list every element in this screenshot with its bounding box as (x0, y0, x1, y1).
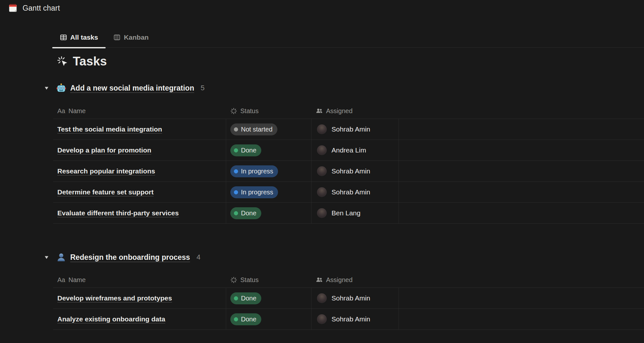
task-name-cell[interactable]: Develop wireframes and prototypes (53, 288, 226, 309)
active-tab-underline (52, 47, 106, 48)
status-dot-icon (234, 211, 238, 215)
empty-cell (399, 203, 644, 223)
avatar (317, 145, 327, 155)
status-pill: Done (230, 207, 261, 219)
task-title[interactable]: Test the social media integration (57, 125, 162, 133)
task-status-cell[interactable]: Done (226, 309, 312, 329)
task-name-cell[interactable]: Develop a plan for promotion (53, 140, 226, 161)
status-dot-icon (234, 148, 238, 152)
tasks-table-group-1: Aa Name Status (53, 103, 644, 224)
group-title[interactable]: Redesign the onboarding process (70, 253, 190, 262)
table-body: Test the social media integration Not st… (53, 119, 644, 224)
status-dot-icon (234, 317, 238, 321)
tab-label: Kanban (124, 34, 149, 41)
avatar (317, 166, 327, 176)
task-assigned-cell[interactable]: Sohrab Amin (312, 119, 399, 140)
avatar (317, 293, 327, 303)
status-pill: In progress (230, 186, 278, 198)
assignee-name: Sohrab Amin (332, 167, 370, 175)
task-status-cell[interactable]: In progress (226, 161, 312, 181)
task-status-cell[interactable]: Done (226, 140, 312, 161)
task-title[interactable]: Develop a plan for promotion (57, 146, 151, 154)
status-pill: Done (230, 313, 261, 325)
status-label: Done (241, 316, 256, 323)
table-row: Research popular integrations In progres… (53, 161, 644, 181)
task-title[interactable]: Develop wireframes and prototypes (57, 294, 172, 302)
tab-all-tasks[interactable]: All tasks (52, 27, 106, 48)
task-assigned-cell[interactable]: Sohrab Amin (312, 182, 399, 202)
empty-cell (399, 288, 644, 309)
task-assigned-cell[interactable]: Sohrab Amin (312, 309, 399, 329)
status-pill: Not started (230, 123, 277, 135)
table-icon (60, 34, 67, 41)
column-header-assigned[interactable]: Assigned (312, 276, 399, 284)
assignee-name: Sohrab Amin (332, 294, 370, 302)
database-heading[interactable]: Tasks (57, 54, 107, 69)
task-status-cell[interactable]: Done (226, 288, 312, 309)
view-tabs: All tasks Kanban (52, 27, 154, 48)
avatar (317, 124, 327, 134)
group-header: Add a new social media integration 5 (42, 82, 205, 94)
assignee-name: Sohrab Amin (332, 125, 370, 133)
avatar (317, 187, 327, 197)
empty-cell (399, 309, 644, 329)
status-dot-icon (234, 169, 238, 173)
task-title[interactable]: Evaluate different third-party services (57, 209, 179, 217)
table-body: Develop wireframes and prototypes Done S… (53, 288, 644, 330)
spiral-calendar-icon (8, 3, 18, 13)
task-status-cell[interactable]: In progress (226, 182, 312, 202)
status-burst-icon (230, 277, 237, 283)
avatar (317, 314, 327, 324)
status-label: Not started (241, 126, 273, 133)
assignee-name: Sohrab Amin (332, 188, 370, 196)
task-name-cell[interactable]: Evaluate different third-party services (53, 203, 226, 223)
column-label: Status (240, 276, 259, 284)
task-assigned-cell[interactable]: Sohrab Amin (312, 161, 399, 181)
task-name-cell[interactable]: Determine feature set support (53, 182, 226, 202)
group-toggle-button[interactable] (42, 253, 51, 261)
table-row: Test the social media integration Not st… (53, 119, 644, 140)
task-title[interactable]: Analyze existing onboarding data (57, 315, 165, 323)
people-icon (316, 276, 323, 283)
column-label: Assigned (326, 107, 352, 115)
status-burst-icon (230, 108, 237, 114)
tab-kanban[interactable]: Kanban (108, 27, 154, 48)
group-count: 4 (197, 253, 200, 261)
task-status-cell[interactable]: Not started (226, 119, 312, 140)
status-pill: Done (230, 144, 261, 156)
empty-cell (399, 182, 644, 202)
task-name-cell[interactable]: Analyze existing onboarding data (53, 309, 226, 329)
task-status-cell[interactable]: Done (226, 203, 312, 223)
column-header-status[interactable]: Status (226, 107, 312, 115)
column-header-status[interactable]: Status (226, 276, 312, 284)
task-name-cell[interactable]: Test the social media integration (53, 119, 226, 140)
task-assigned-cell[interactable]: Andrea Lim (312, 140, 399, 161)
column-label: Name (68, 107, 85, 115)
column-header-name[interactable]: Aa Name (53, 276, 226, 284)
group-title[interactable]: Add a new social media integration (70, 84, 194, 93)
triangle-down-icon (44, 85, 49, 91)
status-dot-icon (234, 127, 238, 132)
status-label: In progress (241, 168, 273, 175)
robot-emoji-icon (56, 83, 66, 93)
people-icon (316, 107, 323, 114)
task-name-cell[interactable]: Research popular integrations (53, 161, 226, 181)
task-title[interactable]: Determine feature set support (57, 188, 154, 196)
column-header-assigned[interactable]: Assigned (312, 107, 399, 115)
column-header-name[interactable]: Aa Name (53, 107, 226, 115)
kanban-board-icon (113, 34, 120, 41)
group-toggle-button[interactable] (42, 84, 51, 92)
assignee-name: Andrea Lim (332, 146, 366, 154)
tab-label: All tasks (70, 34, 98, 41)
task-assigned-cell[interactable]: Ben Lang (312, 203, 399, 223)
task-title[interactable]: Research popular integrations (57, 167, 155, 175)
status-label: In progress (241, 189, 273, 196)
empty-cell (399, 140, 644, 161)
task-assigned-cell[interactable]: Sohrab Amin (312, 288, 399, 309)
avatar (317, 208, 327, 218)
empty-cell (399, 119, 644, 140)
page-title: Gantt chart (23, 4, 60, 13)
status-label: Done (241, 295, 256, 302)
breadcrumb[interactable]: Gantt chart (8, 2, 60, 14)
table-row: Develop a plan for promotion Done Andrea… (53, 140, 644, 161)
